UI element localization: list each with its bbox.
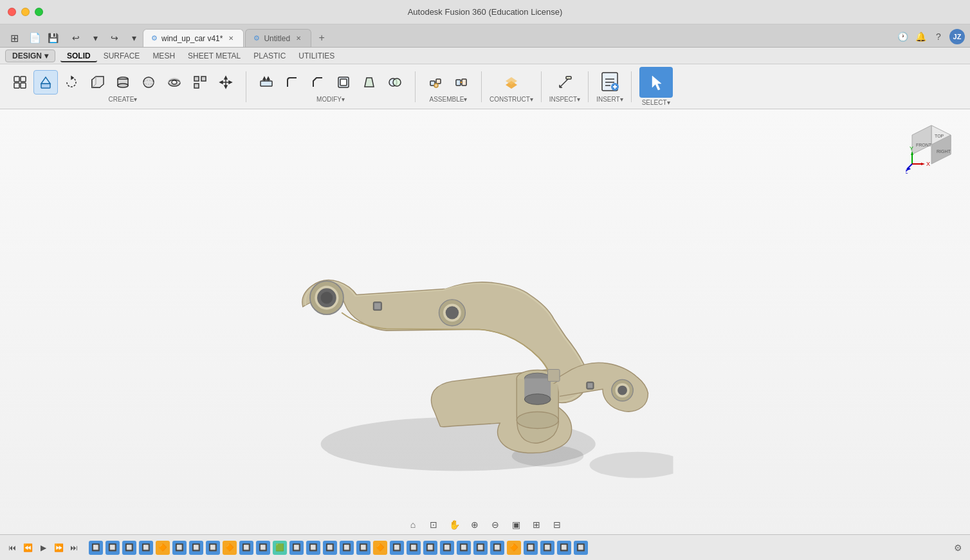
fit-button[interactable]: ⊡ (426, 517, 441, 532)
timeline-next-button[interactable]: ⏩ (51, 541, 66, 555)
timeline-item-22[interactable]: 🔲 (440, 541, 454, 555)
zoom-out-button[interactable]: ⊖ (488, 517, 503, 532)
tab-bar: ⊞ 📄 💾 ↩ ▾ ↪ ▾ ⚙ wind_up_car v41* ✕ ⚙ Unt… (0, 24, 970, 48)
zoom-in-button[interactable]: ⊕ (467, 517, 482, 532)
sphere-button[interactable] (136, 70, 161, 95)
tab-sheet-metal[interactable]: SHEET METAL (181, 50, 247, 62)
tab-wind-up-car[interactable]: ⚙ wind_up_car v41* ✕ (143, 29, 244, 47)
shell-button[interactable] (331, 70, 356, 95)
joint-button[interactable] (423, 70, 448, 95)
minimize-button[interactable] (21, 8, 30, 16)
timeline-item-8[interactable]: 🔲 (206, 541, 220, 555)
new-tab-button[interactable]: + (313, 29, 331, 47)
timeline-item-5[interactable]: 🔶 (156, 541, 170, 555)
svg-rect-42 (566, 77, 571, 79)
home-view-button[interactable]: ⌂ (405, 517, 421, 532)
insert-button[interactable] (598, 70, 622, 95)
timeline-play-button[interactable]: ▶ (36, 541, 50, 555)
timeline-item-12[interactable]: 🟩 (273, 541, 287, 555)
move-button[interactable] (214, 70, 238, 95)
timeline-item-7[interactable]: 🔲 (189, 541, 203, 555)
maximize-button[interactable] (35, 8, 43, 16)
draft-button[interactable] (357, 70, 381, 95)
select-button[interactable] (639, 67, 673, 98)
clock-icon[interactable]: 🕐 (895, 30, 910, 44)
user-avatar[interactable]: JZ (949, 29, 965, 44)
combine-button[interactable] (383, 70, 407, 95)
timeline-item-17[interactable]: 🔲 (356, 541, 371, 555)
press-pull-button[interactable] (254, 70, 279, 95)
timeline-item-23[interactable]: 🔲 (457, 541, 471, 555)
timeline-item-6[interactable]: 🔲 (172, 541, 187, 555)
timeline-item-4[interactable]: 🔲 (139, 541, 153, 555)
chamfer-button[interactable] (306, 70, 330, 95)
save-button[interactable]: 💾 (44, 29, 62, 47)
grid-button[interactable]: ⊞ (529, 517, 544, 532)
box-button[interactable] (85, 70, 109, 95)
redo-button[interactable]: ↪ (105, 30, 124, 46)
revolve-button[interactable] (59, 70, 84, 95)
pattern-button[interactable] (188, 70, 212, 95)
timeline-item-10[interactable]: 🔲 (239, 541, 253, 555)
timeline-item-29[interactable]: 🔲 (557, 541, 571, 555)
new-component-button[interactable] (8, 70, 32, 95)
design-dropdown-button[interactable]: DESIGN ▾ (5, 50, 55, 62)
bell-icon[interactable]: 🔔 (913, 30, 928, 44)
tab-untitled[interactable]: ⚙ Untitled ✕ (245, 29, 311, 47)
measure-button[interactable] (553, 70, 577, 95)
rigid-group-button[interactable] (449, 70, 473, 95)
apps-icon[interactable]: ⊞ (5, 29, 23, 47)
timeline-settings-button[interactable]: ⚙ (951, 541, 965, 555)
help-icon[interactable]: ? (931, 30, 946, 44)
timeline-item-20[interactable]: 🔲 (407, 541, 421, 555)
tab-solid[interactable]: SOLID (60, 50, 97, 62)
svg-text:FRONT: FRONT (916, 143, 932, 147)
timeline-item-13[interactable]: 🔲 (289, 541, 304, 555)
timeline-item-26[interactable]: 🔶 (507, 541, 521, 555)
view-cube[interactable]: TOP FRONT RIGHT Y X Z (906, 122, 957, 174)
close-button[interactable] (8, 8, 16, 16)
timeline-item-25[interactable]: 🔲 (490, 541, 504, 555)
fillet-button[interactable] (280, 70, 304, 95)
redo-dropdown[interactable]: ▾ (125, 30, 143, 46)
timeline-item-3[interactable]: 🔲 (122, 541, 136, 555)
tab-close-wind-up-car[interactable]: ✕ (226, 34, 235, 43)
tab-utilities[interactable]: UTILITIES (292, 50, 341, 62)
tab-plastic[interactable]: PLASTIC (247, 50, 292, 62)
file-menu-button[interactable]: 📄 (26, 29, 44, 47)
timeline-item-9[interactable]: 🔶 (223, 541, 237, 555)
extrude-button[interactable] (33, 70, 58, 95)
timeline-item-1[interactable]: 🔲 (89, 541, 103, 555)
timeline-item-16[interactable]: 🔲 (340, 541, 354, 555)
tab-close-untitled[interactable]: ✕ (294, 34, 303, 43)
separator-4 (541, 71, 542, 102)
viewport[interactable]: TOP FRONT RIGHT Y X Z ⌂ ⊡ ✋ (0, 109, 970, 534)
timeline-item-28[interactable]: 🔲 (540, 541, 554, 555)
main-area: TOP FRONT RIGHT Y X Z ⌂ ⊡ ✋ (0, 109, 970, 534)
assemble-buttons (423, 70, 473, 95)
timeline-item-19[interactable]: 🔲 (390, 541, 404, 555)
tab-surface[interactable]: SURFACE (97, 50, 147, 62)
svg-rect-34 (436, 79, 441, 84)
cylinder-button[interactable] (111, 70, 135, 95)
timeline-item-14[interactable]: 🔲 (306, 541, 320, 555)
timeline-last-button[interactable]: ⏭ (67, 541, 81, 555)
undo-dropdown[interactable]: ▾ (86, 30, 104, 46)
torus-button[interactable] (162, 70, 187, 95)
undo-button[interactable]: ↩ (67, 30, 85, 46)
timeline-item-24[interactable]: 🔲 (473, 541, 488, 555)
tab-mesh[interactable]: MESH (146, 50, 181, 62)
offset-plane-button[interactable] (499, 70, 524, 95)
timeline-prev-button[interactable]: ⏪ (21, 541, 35, 555)
timeline-item-2[interactable]: 🔲 (105, 541, 120, 555)
timeline-item-15[interactable]: 🔲 (323, 541, 337, 555)
display-settings-button[interactable]: ▣ (508, 517, 524, 532)
timeline-item-18[interactable]: 🔶 (373, 541, 387, 555)
timeline-first-button[interactable]: ⏮ (5, 541, 19, 555)
timeline-item-11[interactable]: 🔲 (256, 541, 270, 555)
timeline-item-21[interactable]: 🔲 (423, 541, 437, 555)
view-settings-button[interactable]: ⊟ (549, 517, 565, 532)
orbit-button[interactable]: ✋ (446, 517, 462, 532)
timeline-item-30[interactable]: 🔲 (574, 541, 588, 555)
timeline-item-27[interactable]: 🔲 (524, 541, 538, 555)
